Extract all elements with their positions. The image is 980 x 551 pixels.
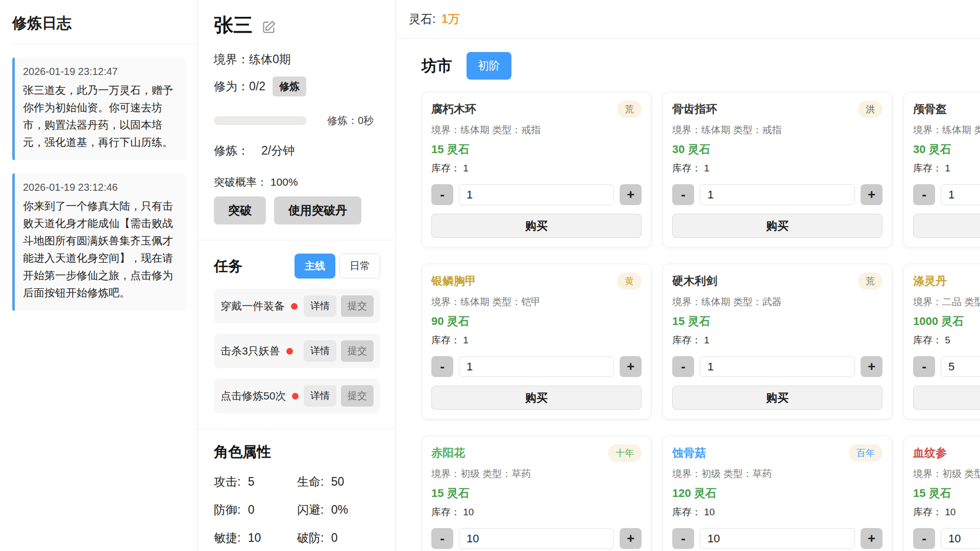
attribute-item: 生命: 50	[297, 474, 380, 490]
tasks-title: 任务	[214, 257, 242, 276]
market-item-card: 银鳞胸甲 黄 境界：练体期 类型：铠甲 90 灵石 库存： 1 - +	[422, 264, 651, 419]
quantity-plus-button[interactable]: +	[861, 356, 883, 377]
quantity-minus-button[interactable]: -	[913, 356, 935, 377]
attribute-label: 攻击:	[214, 475, 240, 488]
item-name: 涤灵丹	[913, 273, 947, 289]
market-item-card: 赤阳花 十年 境界：初级 类型：草药 15 灵石 库存： 10 - +	[422, 436, 651, 551]
attribute-label: 生命:	[297, 475, 324, 488]
spirit-stone-counter: 灵石: 1万	[409, 11, 460, 27]
task-tab[interactable]: 日常	[339, 254, 380, 279]
market-tier-button[interactable]: 初阶	[467, 52, 511, 80]
quantity-plus-button[interactable]: +	[620, 356, 642, 377]
task-incomplete-dot	[286, 348, 293, 355]
item-price: 15 灵石	[672, 314, 883, 329]
use-breakthrough-pill-button[interactable]: 使用突破丹	[274, 196, 361, 224]
task-row: 击杀3只妖兽 详情 提交	[214, 334, 380, 368]
task-submit-button[interactable]: 提交	[341, 295, 374, 317]
quantity-minus-button[interactable]: -	[672, 356, 694, 377]
attribute-value: 5	[248, 475, 255, 488]
quantity-plus-button[interactable]: +	[861, 184, 883, 205]
quantity-input[interactable]	[459, 184, 614, 205]
card-title-row: 颅骨盔 洪	[913, 101, 980, 118]
item-rarity-badge: 黄	[617, 272, 642, 290]
attribute-label: 破防:	[297, 531, 324, 544]
quantity-plus-button[interactable]: +	[620, 184, 642, 205]
quantity-input[interactable]	[941, 356, 980, 377]
buy-button[interactable]: 购买	[431, 386, 642, 410]
attribute-item: 闪避: 0%	[297, 502, 380, 518]
market-item-card: 硬木利剑 荒 境界：练体期 类型：武器 15 灵石 库存： 1 - +	[663, 264, 892, 419]
breakthrough-chance-label: 突破概率：	[214, 176, 267, 188]
spirit-stone-label: 灵石:	[409, 12, 435, 26]
character-name: 张三	[214, 12, 253, 38]
item-rarity-badge: 百年	[849, 444, 883, 462]
item-stock-label: 库存：	[431, 335, 460, 345]
quantity-input[interactable]	[459, 528, 614, 549]
market-header: 坊市 初阶 灵石: 1万 下次刷新： 04:56 刷新 (720 灵石)	[422, 52, 980, 80]
cultivation-progress-row: 修炼：0秒	[214, 114, 380, 128]
task-submit-button[interactable]: 提交	[341, 340, 374, 362]
buy-button[interactable]: 购买	[913, 386, 980, 410]
item-stock-label: 库存：	[672, 507, 701, 517]
item-stock: 库存： 10	[672, 506, 883, 519]
quantity-input[interactable]	[941, 528, 980, 549]
item-meta: 境界：初级 类型：草药	[913, 467, 980, 481]
task-name: 穿戴一件装备	[220, 299, 285, 313]
item-price: 120 灵石	[672, 486, 883, 501]
buy-button[interactable]: 购买	[672, 386, 883, 410]
quantity-plus-button[interactable]: +	[861, 528, 883, 549]
task-detail-button[interactable]: 详情	[304, 385, 336, 407]
market-item-card: 骨齿指环 洪 境界：练体期 类型：戒指 30 灵石 库存： 1 - +	[663, 92, 892, 247]
item-meta: 境界：练体期 类型：戒指	[672, 123, 883, 137]
item-price: 30 灵石	[913, 142, 980, 157]
task-detail-button[interactable]: 详情	[304, 295, 336, 317]
task-name: 击杀3只妖兽	[220, 344, 280, 358]
task-row: 点击修炼50次 详情 提交	[214, 379, 380, 413]
attribute-label: 防御:	[214, 503, 240, 516]
quantity-input[interactable]	[459, 356, 614, 377]
task-detail-button[interactable]: 详情	[304, 340, 336, 362]
buy-button[interactable]: 购买	[431, 214, 642, 238]
buy-button[interactable]: 购买	[672, 214, 883, 238]
item-name: 骨齿指环	[672, 102, 717, 117]
task-incomplete-dot	[292, 393, 299, 399]
quantity-stepper: - +	[913, 356, 980, 377]
task-tab[interactable]: 主线	[295, 254, 335, 279]
quantity-stepper: - +	[913, 528, 980, 549]
item-stock-label: 库存：	[913, 163, 942, 173]
item-meta: 境界：初级 类型：草药	[672, 467, 883, 481]
quantity-input[interactable]	[700, 356, 855, 377]
item-meta: 境界：练体期 类型：戒指	[431, 123, 642, 137]
rate-value: 2/分钟	[261, 143, 295, 159]
attribute-value: 10	[248, 531, 261, 544]
task-submit-button[interactable]: 提交	[341, 385, 374, 407]
edit-name-icon[interactable]	[262, 20, 276, 34]
item-stock: 库存： 1	[431, 334, 642, 347]
quantity-input[interactable]	[700, 528, 855, 549]
quantity-input[interactable]	[700, 184, 855, 205]
quantity-input[interactable]	[941, 184, 980, 205]
attribute-item: 敏捷: 10	[214, 530, 297, 546]
quantity-minus-button[interactable]: -	[672, 528, 694, 549]
quantity-stepper: - +	[431, 184, 642, 205]
buy-button[interactable]: 购买	[913, 214, 980, 238]
breakthrough-chance-row: 突破概率： 100%	[214, 175, 380, 189]
quantity-minus-button[interactable]: -	[431, 356, 453, 377]
quantity-plus-button[interactable]: +	[620, 528, 642, 549]
item-name: 颅骨盔	[913, 102, 947, 117]
attribute-item: 破防: 0	[297, 530, 380, 546]
quantity-minus-button[interactable]: -	[431, 528, 453, 549]
item-rarity-badge: 十年	[608, 444, 642, 462]
item-price: 30 灵石	[672, 142, 883, 157]
quantity-minus-button[interactable]: -	[913, 528, 935, 549]
main-area: 灵石: 1万 储物戒 洞府 历练区域 坊市 设置 坊市 初阶	[396, 0, 980, 551]
quantity-minus-button[interactable]: -	[672, 184, 694, 205]
cultivation-row: 修为： 0/2 修炼	[214, 77, 380, 96]
quantity-minus-button[interactable]: -	[431, 184, 453, 205]
cultivate-button[interactable]: 修炼	[273, 77, 306, 96]
attribute-value: 0%	[331, 503, 348, 516]
item-stock-value: 10	[704, 507, 715, 517]
quantity-minus-button[interactable]: -	[913, 184, 935, 205]
breakthrough-button[interactable]: 突破	[214, 196, 266, 224]
market-panel: 坊市 初阶 灵石: 1万 下次刷新： 04:56 刷新 (720 灵石)	[396, 39, 980, 551]
